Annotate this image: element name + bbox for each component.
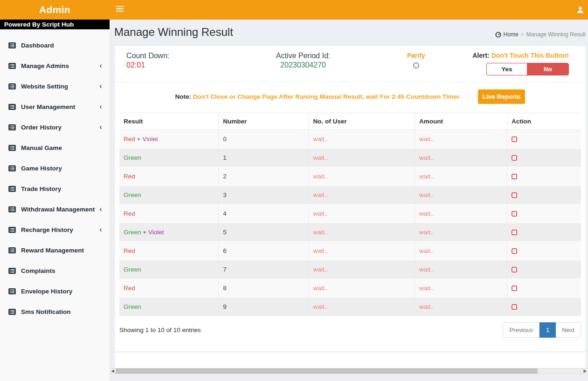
sidebar-item-manage-admins[interactable]: Manage Admins‹: [0, 55, 110, 76]
top-navbar: Admin: [0, 0, 588, 20]
scrollbar-thumb[interactable]: [116, 368, 538, 374]
chevron-left-icon: ‹: [99, 124, 102, 130]
column-header-amount: Amount: [415, 113, 507, 130]
sidebar-item-order-history[interactable]: Order History‹: [0, 117, 110, 137]
result-color-green: Green: [124, 229, 141, 236]
pagination-previous-button[interactable]: Previous: [503, 322, 540, 338]
number-cell: 4: [219, 204, 309, 223]
parity-radio[interactable]: [413, 62, 419, 68]
result-checkbox[interactable]: [512, 267, 517, 272]
users-cell: wait..: [309, 223, 415, 242]
result-checkbox[interactable]: [512, 174, 517, 179]
alert-label: Alert:: [472, 52, 490, 59]
breadcrumb-separator: >: [521, 31, 524, 38]
result-checkbox[interactable]: [512, 211, 517, 217]
chevron-left-icon: ‹: [99, 206, 102, 212]
sidebar-item-website-setting[interactable]: Website Setting‹: [0, 76, 110, 96]
action-cell: [507, 242, 581, 260]
sidebar-item-user-management[interactable]: User Management‹: [0, 96, 110, 117]
table-row: Green1wait..wait..: [119, 149, 581, 167]
result-checkbox[interactable]: [512, 304, 517, 310]
scroll-right-arrow-icon[interactable]: ▶: [582, 368, 588, 374]
result-cell: Red + Violet: [119, 130, 219, 149]
result-cell: Red: [119, 204, 219, 223]
sidebar-item-label: Envelope History: [21, 288, 72, 295]
amount-wait-text: wait..: [419, 191, 434, 198]
result-checkbox[interactable]: [512, 286, 517, 291]
action-cell: [507, 223, 581, 242]
sidebar-item-trade-history[interactable]: Trade History: [0, 178, 110, 199]
table-row: Green9wait..wait..: [119, 298, 581, 316]
users-cell: wait..: [309, 242, 415, 260]
number-cell: 2: [219, 167, 309, 186]
number-cell: 9: [219, 298, 309, 316]
result-cell: Green: [119, 186, 219, 204]
note-message: Don't Close or Change Page After Raising…: [193, 93, 461, 100]
sidebar-item-recharge-history[interactable]: Recharge History‹: [0, 219, 110, 240]
no-button[interactable]: No: [527, 63, 569, 75]
number-cell: 7: [219, 260, 309, 279]
sidebar-item-label: Website Setting: [21, 83, 68, 90]
content-header: Manage Winning Result Home > Manage Winn…: [110, 20, 588, 44]
sidebar-menu: DashboardManage Admins‹Website Setting‹U…: [0, 29, 110, 322]
winning-result-table: Result Number No. of User Amount Action …: [119, 113, 581, 316]
countdown-value: 02:01: [126, 61, 237, 69]
action-cell: [507, 260, 581, 279]
scroll-left-arrow-icon[interactable]: ◀: [110, 368, 116, 374]
sidebar-item-label: Sms Notification: [21, 308, 71, 315]
list-icon: [8, 288, 16, 294]
sidebar-item-manual-game[interactable]: Manual Game: [0, 137, 110, 158]
list-icon: [8, 63, 16, 69]
alert-block: Alert: Don't Touch This Button! Yes No: [463, 52, 586, 75]
column-header-action: Action: [507, 113, 581, 130]
amount-cell: wait..: [415, 260, 507, 279]
yes-button[interactable]: Yes: [486, 63, 527, 75]
number-cell: 5: [219, 223, 309, 242]
amount-cell: wait..: [415, 279, 507, 298]
note-label: Note:: [175, 93, 192, 100]
sidebar-item-game-history[interactable]: Game History: [0, 158, 110, 178]
result-checkbox[interactable]: [512, 248, 517, 254]
user-icon[interactable]: [577, 6, 584, 14]
result-checkbox[interactable]: [512, 155, 517, 161]
entries-summary: Showing 1 to 10 of 10 entries: [119, 327, 201, 333]
users-wait-text: wait..: [313, 136, 328, 143]
sidebar-item-reward-management[interactable]: Reward Management: [0, 240, 110, 260]
result-color-red: Red: [124, 173, 135, 180]
amount-wait-text: wait..: [419, 173, 434, 180]
action-cell: [507, 167, 581, 186]
app-logo[interactable]: Admin: [0, 0, 110, 20]
amount-cell: wait..: [415, 167, 507, 186]
users-wait-text: wait..: [313, 229, 328, 236]
column-header-result: Result: [119, 113, 219, 130]
result-cell: Green: [119, 260, 219, 279]
breadcrumb-home-link[interactable]: Home: [504, 31, 519, 38]
sidebar-item-withdrawal-management[interactable]: Withdrawal Management‹: [0, 199, 110, 219]
number-cell: 0: [219, 130, 309, 149]
users-wait-text: wait..: [313, 173, 328, 180]
sidebar-item-envelope-history[interactable]: Envelope History: [0, 281, 110, 301]
result-checkbox[interactable]: [512, 136, 517, 142]
parity-label: Parity: [369, 52, 463, 59]
amount-cell: wait..: [415, 242, 507, 260]
horizontal-scrollbar[interactable]: ◀ ▶: [110, 368, 588, 374]
pagination-next-button[interactable]: Next: [556, 322, 581, 338]
alert-toggle-group: Yes No: [486, 63, 569, 75]
result-checkbox[interactable]: [512, 192, 517, 198]
active-period-label: Active Period Id:: [237, 52, 369, 60]
sidebar-item-sms-notification[interactable]: Sms Notification: [0, 301, 110, 322]
users-cell: wait..: [309, 204, 415, 223]
list-icon: [8, 124, 16, 130]
pagination-page-1-button[interactable]: 1: [540, 322, 556, 338]
note-row: Note: Don't Close or Change Page After R…: [115, 82, 586, 110]
sidebar-item-dashboard[interactable]: Dashboard: [0, 35, 110, 55]
live-reports-button[interactable]: Live Reports: [478, 89, 526, 104]
amount-cell: wait..: [415, 130, 507, 149]
list-icon: [8, 206, 16, 212]
result-checkbox[interactable]: [512, 230, 517, 235]
number-cell: 6: [219, 242, 309, 260]
action-cell: [507, 279, 581, 298]
sidebar-item-complaints[interactable]: Complaints: [0, 260, 110, 281]
table-row: Red2wait..wait..: [119, 167, 581, 186]
hamburger-menu-icon[interactable]: [116, 6, 124, 13]
